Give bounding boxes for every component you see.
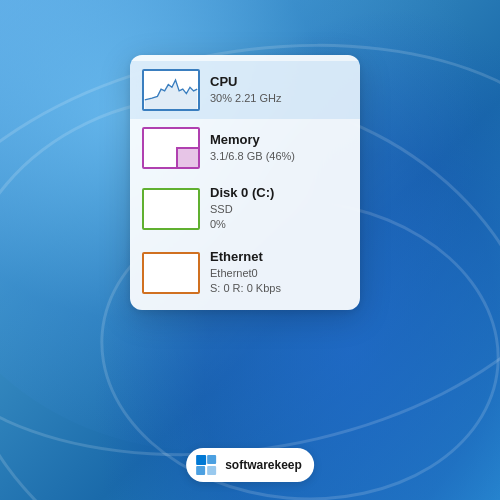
watermark: softwarekeep xyxy=(186,448,314,482)
svg-marker-0 xyxy=(145,80,197,109)
performance-panel: CPU 30% 2.21 GHz Memory 3.1/6.8 GB (46%)… xyxy=(130,55,360,310)
watermark-text-normal: software xyxy=(225,458,274,472)
ethernet-item[interactable]: Ethernet Ethernet0 S: 0 R: 0 Kbps xyxy=(130,241,360,305)
disk-subtitle1: SSD xyxy=(210,202,274,217)
disk-subtitle2: 0% xyxy=(210,217,274,232)
cpu-text: CPU 30% 2.21 GHz xyxy=(210,74,282,106)
disk-graph xyxy=(142,188,200,230)
ethernet-text: Ethernet Ethernet0 S: 0 R: 0 Kbps xyxy=(210,249,281,297)
memory-subtitle: 3.1/6.8 GB (46%) xyxy=(210,149,295,164)
svg-rect-1 xyxy=(196,455,206,465)
memory-text: Memory 3.1/6.8 GB (46%) xyxy=(210,132,295,164)
watermark-logo xyxy=(194,453,218,477)
svg-rect-2 xyxy=(207,455,216,464)
cpu-title: CPU xyxy=(210,74,282,91)
memory-title: Memory xyxy=(210,132,295,149)
cpu-item[interactable]: CPU 30% 2.21 GHz xyxy=(130,61,360,119)
disk-item[interactable]: Disk 0 (C:) SSD 0% xyxy=(130,177,360,241)
ethernet-subtitle2: S: 0 R: 0 Kbps xyxy=(210,281,281,296)
disk-text: Disk 0 (C:) SSD 0% xyxy=(210,185,274,233)
disk-title: Disk 0 (C:) xyxy=(210,185,274,202)
memory-graph xyxy=(142,127,200,169)
cpu-graph xyxy=(142,69,200,111)
memory-item[interactable]: Memory 3.1/6.8 GB (46%) xyxy=(130,119,360,177)
watermark-text: softwarekeep xyxy=(225,458,302,472)
ethernet-title: Ethernet xyxy=(210,249,281,266)
watermark-text-bold: keep xyxy=(275,458,302,472)
memory-fill xyxy=(176,147,198,167)
svg-rect-4 xyxy=(207,466,216,475)
cpu-subtitle: 30% 2.21 GHz xyxy=(210,91,282,106)
ethernet-subtitle1: Ethernet0 xyxy=(210,266,281,281)
ethernet-graph xyxy=(142,252,200,294)
svg-rect-3 xyxy=(196,466,205,475)
